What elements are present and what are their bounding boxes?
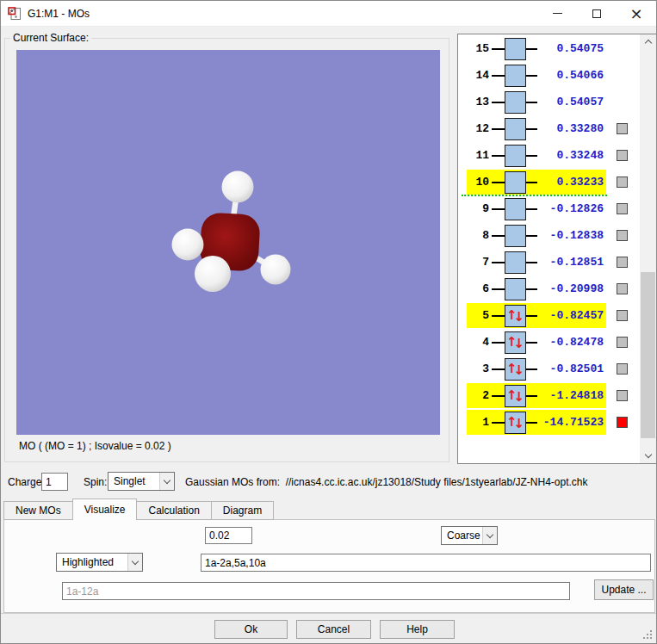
cube-grid-select[interactable]: Coarse bbox=[441, 526, 498, 545]
spin-down-arrow-icon: ↓ bbox=[514, 311, 525, 324]
charge-label: Charge: bbox=[8, 476, 45, 488]
mo-visible-checkbox[interactable] bbox=[617, 417, 628, 428]
chevron-down-icon bbox=[644, 451, 651, 458]
mo-level: 3↑↓-0.82501 bbox=[467, 356, 606, 381]
virtual-orbital-icon bbox=[505, 225, 526, 247]
mo-level: 2↑↓-1.24818 bbox=[467, 383, 606, 408]
mo-level: 150.54075 bbox=[467, 36, 606, 61]
mo-row[interactable]: 100.33233 bbox=[458, 169, 640, 195]
mo-row[interactable]: 6-0.20998 bbox=[458, 276, 640, 302]
level-line bbox=[492, 48, 505, 50]
maximize-button[interactable] bbox=[577, 1, 617, 26]
chevron-down-icon bbox=[132, 557, 139, 564]
tab-calculation[interactable]: Calculation bbox=[136, 501, 211, 520]
title-bar: G1:M1 - MOs × bbox=[1, 1, 656, 27]
isovalue-input[interactable]: 0.02 bbox=[205, 527, 252, 544]
mo-row[interactable]: 9-0.12826 bbox=[458, 195, 640, 222]
mo-row[interactable]: 120.33280 bbox=[458, 115, 640, 142]
mo-index: 3 bbox=[467, 362, 489, 375]
level-line bbox=[526, 128, 537, 130]
mo-visible-checkbox[interactable] bbox=[617, 230, 628, 241]
update-button[interactable]: Update ... bbox=[594, 579, 654, 600]
virtual-orbital-icon bbox=[505, 91, 526, 114]
minimize-button[interactable] bbox=[537, 1, 577, 26]
charge-input[interactable]: 1 bbox=[41, 473, 68, 491]
scroll-down-button[interactable] bbox=[640, 449, 656, 463]
occupied-orbital-icon: ↑↓ bbox=[505, 331, 526, 354]
current-list-input[interactable]: 1a-12a bbox=[62, 582, 570, 600]
spin-dropdown-button[interactable] bbox=[159, 473, 174, 490]
mo-row[interactable]: 130.54057 bbox=[458, 89, 640, 115]
add-type-select[interactable]: Highlighted bbox=[56, 553, 143, 572]
tab-new-mos[interactable]: New MOs bbox=[3, 501, 73, 520]
cancel-button[interactable]: Cancel bbox=[296, 620, 371, 639]
mo-energy: -0.12838 bbox=[537, 229, 606, 242]
mo-row[interactable]: 150.54075 bbox=[458, 35, 640, 62]
mo-energy: -0.12851 bbox=[537, 256, 606, 269]
tab-visualize[interactable]: Visualize bbox=[72, 498, 138, 520]
molecule-viewport[interactable] bbox=[16, 50, 440, 435]
mo-visible-checkbox[interactable] bbox=[617, 257, 628, 268]
maximize-icon bbox=[592, 9, 601, 18]
mo-rows: 150.54075140.54066130.54057120.33280110.… bbox=[458, 35, 640, 436]
chevron-up-icon bbox=[644, 40, 651, 46]
mo-row[interactable]: 4↑↓-0.82478 bbox=[458, 329, 640, 356]
virtual-orbital-icon bbox=[505, 278, 526, 300]
mo-visible-checkbox[interactable] bbox=[617, 337, 628, 348]
ok-button[interactable]: Ok bbox=[214, 620, 288, 639]
virtual-orbital-icon bbox=[505, 38, 526, 60]
help-button[interactable]: Help bbox=[380, 620, 455, 639]
level-line bbox=[492, 102, 505, 103]
mo-row[interactable]: 2↑↓-1.24818 bbox=[458, 382, 640, 409]
mo-energy: -0.12826 bbox=[537, 202, 606, 215]
mo-source-path: //icnas4.cc.ic.ac.uk/jz13018/Study files… bbox=[286, 476, 588, 488]
add-list-input[interactable]: 1a-2a,5a,10a bbox=[201, 554, 651, 572]
mo-visible-checkbox[interactable] bbox=[617, 123, 628, 134]
mo-level: 9-0.12826 bbox=[467, 196, 606, 221]
app-icon bbox=[8, 7, 22, 21]
mo-index: 1 bbox=[467, 416, 489, 429]
occupied-orbital-icon: ↑↓ bbox=[505, 412, 526, 434]
mo-list-scrollbar[interactable] bbox=[640, 34, 656, 463]
mo-row[interactable]: 5↑↓-0.82457 bbox=[458, 302, 640, 329]
mo-energy: -0.82501 bbox=[537, 362, 606, 375]
chevron-down-icon bbox=[164, 476, 170, 483]
mo-visible-checkbox[interactable] bbox=[617, 390, 628, 401]
scrollbar-thumb[interactable] bbox=[641, 272, 655, 438]
add-type-dropdown-button[interactable] bbox=[127, 554, 142, 571]
cube-grid-dropdown-button[interactable] bbox=[482, 527, 497, 544]
mo-row[interactable]: 8-0.12838 bbox=[458, 222, 640, 249]
mo-energy: 0.33248 bbox=[537, 149, 606, 162]
resize-grip-icon[interactable] bbox=[643, 630, 653, 640]
mo-visible-checkbox[interactable] bbox=[617, 310, 628, 321]
mo-level: 4↑↓-0.82478 bbox=[467, 330, 606, 355]
tab-diagram[interactable]: Diagram bbox=[211, 501, 274, 520]
mo-row[interactable]: 140.54066 bbox=[458, 62, 640, 89]
mo-index: 5 bbox=[467, 309, 489, 322]
mo-visible-checkbox[interactable] bbox=[617, 203, 628, 214]
spin-select[interactable]: Singlet bbox=[108, 472, 175, 491]
mo-source-text: Gaussian MOs from: //icnas4.cc.ic.ac.uk/… bbox=[185, 476, 588, 488]
tab-bar: New MOsVisualizeCalculationDiagram bbox=[3, 498, 273, 520]
mo-visible-checkbox[interactable] bbox=[617, 363, 628, 375]
mo-energy: -0.82478 bbox=[537, 336, 606, 349]
mo-row[interactable]: 1↑↓-14.71523 bbox=[458, 409, 640, 436]
add-type-value: Highlighted bbox=[57, 554, 127, 571]
mo-visible-checkbox[interactable] bbox=[617, 176, 628, 188]
mo-level: 140.54066 bbox=[467, 63, 606, 88]
mo-level: 100.33233 bbox=[467, 170, 606, 195]
close-button[interactable]: × bbox=[617, 1, 656, 26]
level-line bbox=[492, 128, 505, 130]
level-line bbox=[526, 395, 537, 397]
mo-row[interactable]: 3↑↓-0.82501 bbox=[458, 356, 640, 382]
mo-row[interactable]: 7-0.12851 bbox=[458, 249, 640, 276]
mo-index: 4 bbox=[467, 336, 489, 349]
hydrogen-atom bbox=[195, 256, 231, 292]
mo-visible-checkbox[interactable] bbox=[617, 150, 628, 161]
spin-down-arrow-icon: ↓ bbox=[514, 364, 525, 377]
mo-row[interactable]: 110.33248 bbox=[458, 142, 640, 169]
scroll-up-button[interactable] bbox=[640, 34, 656, 49]
mo-visible-checkbox[interactable] bbox=[617, 283, 628, 294]
level-line bbox=[526, 48, 537, 50]
mo-energy: -0.82457 bbox=[537, 309, 606, 322]
